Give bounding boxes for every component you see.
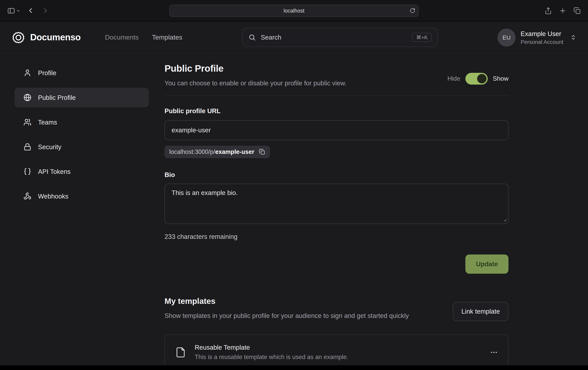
nav-documents[interactable]: Documents [105,33,139,41]
sidebar-toggle-icon[interactable] [7,6,15,15]
sidebar-item-label: Public Profile [38,94,76,101]
documenso-logo-icon [12,31,25,44]
toggle-knob [477,74,486,83]
user-account-type: Personal Account [521,39,563,45]
settings-sidebar: Profile Public Profile Teams Security [14,63,149,370]
window-bottom-edge [0,365,588,370]
share-icon[interactable] [545,7,552,14]
sidebar-item-security[interactable]: Security [14,137,149,157]
link-template-button[interactable]: Link template [453,302,508,321]
settings-layout: Profile Public Profile Teams Security [0,54,588,370]
tab-overview-icon[interactable] [574,7,581,14]
page-subtitle: You can choose to enable or disable your… [165,80,346,87]
app-header: Documenso Documents Templates Search ⌘+K… [0,21,588,54]
webhook-icon [23,192,31,200]
visibility-control: Hide Show [447,73,508,85]
hide-label: Hide [447,75,460,82]
template-actions-menu-icon[interactable] [490,348,498,356]
lock-icon [23,143,31,151]
characters-remaining: 233 characters remaining [165,233,508,240]
user-name: Example User [521,30,563,37]
sidebar-item-webhooks[interactable]: Webhooks [14,186,149,206]
url-preview-slug: example-user [215,148,254,155]
template-card: Reusable Template This is a reusable tem… [165,334,508,370]
sidebar-item-label: Teams [38,118,57,126]
show-label: Show [493,75,508,82]
chevrons-up-down-icon [570,34,576,40]
sidebar-item-public-profile[interactable]: Public Profile [14,88,149,107]
my-templates-title: My templates [165,296,409,306]
sidebar-item-label: Profile [38,69,56,77]
sidebar-item-label: API Tokens [38,168,71,175]
nav-templates[interactable]: Templates [152,33,182,41]
profile-visibility-toggle[interactable] [465,73,488,85]
back-icon[interactable] [27,7,34,14]
user-menu[interactable]: EU Example User Personal Account [497,28,576,46]
search-input[interactable]: Search ⌘+K [242,28,438,47]
my-templates-description: Show templates in your public profile fo… [165,311,409,321]
users-icon [23,118,31,126]
avatar: EU [497,28,515,46]
search-icon [248,34,256,41]
app-window: localhost Documenso [0,0,588,370]
template-description: This is a reusable template which is use… [195,354,348,360]
template-name: Reusable Template [195,344,348,351]
brand[interactable]: Documenso [12,31,81,44]
sidebar-item-label: Security [38,143,61,151]
address-bar[interactable]: localhost [169,4,419,17]
copy-icon[interactable] [259,149,265,155]
search-shortcut-hint: ⌘+K [412,33,432,42]
reload-icon[interactable] [410,8,415,13]
sidebar-item-teams[interactable]: Teams [14,112,149,132]
sidebar-item-api-tokens[interactable]: API Tokens [14,162,149,181]
braces-icon [23,168,31,175]
globe-icon [23,93,31,101]
brand-name: Documenso [30,32,81,43]
divider [165,95,508,96]
bio-label: Bio [165,171,508,179]
resize-grip-icon[interactable] [502,217,507,222]
search-placeholder: Search [261,34,281,41]
url-preview-badge: localhost:3000/p/example-user [165,146,270,158]
forward-icon[interactable] [42,7,49,14]
public-profile-url-input[interactable] [165,120,508,140]
sidebar-dropdown-chevron-icon[interactable] [16,8,20,13]
user-icon [23,69,31,77]
page-title: Public Profile [165,63,346,74]
sidebar-item-profile[interactable]: Profile [14,63,149,82]
browser-toolbar: localhost [0,0,588,21]
url-text: localhost [284,8,304,13]
bio-textarea[interactable]: This is an example bio. [165,184,508,224]
new-tab-icon[interactable] [559,7,567,14]
sidebar-item-label: Webhooks [38,192,68,200]
update-button[interactable]: Update [465,255,508,274]
public-profile-panel: Public Profile You can choose to enable … [165,63,508,370]
url-preview-text: localhost:3000/p/example-user [169,148,254,155]
file-icon [175,346,186,359]
main-nav: Documents Templates [105,33,182,41]
url-field-label: Public profile URL [165,107,508,115]
